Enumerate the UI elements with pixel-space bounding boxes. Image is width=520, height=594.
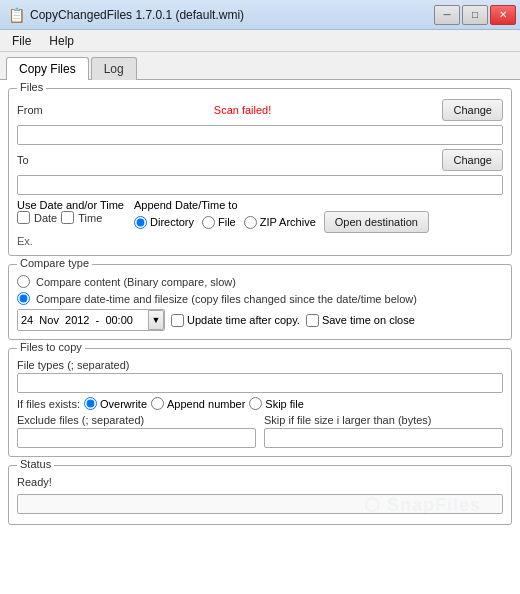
to-input-row xyxy=(17,175,503,195)
status-group-label: Status xyxy=(17,458,54,470)
from-label: From xyxy=(17,104,43,116)
date-picker-row: ▼ Update time after copy. Save time on c… xyxy=(17,309,503,331)
update-time-cb-label[interactable]: Update time after copy. xyxy=(171,314,300,327)
if-exists-row: If files exists: Overwrite Append number… xyxy=(17,397,503,410)
append-num-radio[interactable] xyxy=(151,397,164,410)
tab-copy-files[interactable]: Copy Files xyxy=(6,57,89,80)
radio-zip-label[interactable]: ZIP Archive xyxy=(244,216,316,229)
compare-option2-text: Compare date-time and filesize (copy fil… xyxy=(36,293,417,305)
exclude-col: Exclude files (; separated) xyxy=(17,414,256,448)
status-text: Ready! xyxy=(17,474,503,490)
date-picker-input[interactable] xyxy=(18,310,148,330)
update-time-label: Update time after copy. xyxy=(187,314,300,326)
skip-file-label[interactable]: Skip file xyxy=(249,397,304,410)
ex-label: Ex. xyxy=(17,235,33,247)
overwrite-label[interactable]: Overwrite xyxy=(84,397,147,410)
exclude-input[interactable] xyxy=(17,428,256,448)
file-label: File xyxy=(218,216,236,228)
compare-group-label: Compare type xyxy=(17,257,92,269)
maximize-button[interactable]: □ xyxy=(462,5,488,25)
skip-file-radio[interactable] xyxy=(249,397,262,410)
radio-directory-label[interactable]: Directory xyxy=(134,216,194,229)
tab-log[interactable]: Log xyxy=(91,57,137,80)
status-input xyxy=(17,494,503,514)
compare-radio-datetime[interactable] xyxy=(17,292,30,305)
compare-radio-content[interactable] xyxy=(17,275,30,288)
compare-group: Compare type Compare content (Binary com… xyxy=(8,264,512,340)
save-time-checkbox[interactable] xyxy=(306,314,319,327)
compare-option2-label[interactable]: Compare date-time and filesize (copy fil… xyxy=(17,292,503,305)
overwrite-radio[interactable] xyxy=(84,397,97,410)
radio-file-label[interactable]: File xyxy=(202,216,236,229)
time-cb-label: Time xyxy=(78,212,102,224)
file-types-input[interactable] xyxy=(17,373,503,393)
status-group: Status Ready! ⬡ SnapFiles xyxy=(8,465,512,525)
date-checkbox[interactable] xyxy=(17,211,30,224)
date-cb-label: Date xyxy=(34,212,57,224)
append-label: Append Date/Time to xyxy=(134,199,503,211)
date-picker-group: ▼ xyxy=(17,309,165,331)
from-input[interactable] xyxy=(17,125,503,145)
to-label: To xyxy=(17,154,29,166)
from-row: From Scan failed! Change xyxy=(17,99,503,121)
if-exists-label: If files exists: xyxy=(17,398,80,410)
change-from-button[interactable]: Change xyxy=(442,99,503,121)
skip-file-text: Skip file xyxy=(265,398,304,410)
minimize-button[interactable]: ─ xyxy=(434,5,460,25)
use-datetime-label: Use Date and/or Time xyxy=(17,199,124,211)
skip-size-input[interactable] xyxy=(264,428,503,448)
menubar: File Help xyxy=(0,30,520,52)
save-time-cb-label[interactable]: Save time on close xyxy=(306,314,415,327)
files-to-copy-group: Files to copy File types (; separated) I… xyxy=(8,348,512,457)
ex-row: Ex. xyxy=(17,235,503,247)
files-group-label: Files xyxy=(17,81,46,93)
titlebar-left: 📋 CopyChangedFiles 1.7.0.1 (default.wmi) xyxy=(8,7,244,23)
overwrite-text: Overwrite xyxy=(100,398,147,410)
use-datetime-col: Use Date and/or Time Date Time xyxy=(17,199,124,227)
titlebar-buttons: ─ □ ✕ xyxy=(434,5,516,25)
file-types-label: File types (; separated) xyxy=(17,359,503,371)
files-group: Files From Scan failed! Change To Change xyxy=(8,88,512,256)
tabbar: Copy Files Log xyxy=(0,52,520,80)
directory-label: Directory xyxy=(150,216,194,228)
files-to-copy-label: Files to copy xyxy=(17,341,85,353)
change-to-button[interactable]: Change xyxy=(442,149,503,171)
radio-zip[interactable] xyxy=(244,216,257,229)
app-icon: 📋 xyxy=(8,7,24,23)
compare-option1-text: Compare content (Binary compare, slow) xyxy=(36,276,236,288)
append-options: Directory File ZIP Archive Open destinat… xyxy=(134,211,503,233)
datetime-section: Use Date and/or Time Date Time Append Da… xyxy=(17,199,503,247)
to-row: To Change xyxy=(17,149,503,171)
skip-size-label: Skip if file size i larger than (bytes) xyxy=(264,414,503,426)
titlebar: 📋 CopyChangedFiles 1.7.0.1 (default.wmi)… xyxy=(0,0,520,30)
update-time-checkbox[interactable] xyxy=(171,314,184,327)
radio-directory[interactable] xyxy=(134,216,147,229)
from-input-row xyxy=(17,125,503,145)
append-datetime-col: Append Date/Time to Directory File ZI xyxy=(134,199,503,233)
exclude-skipsize-row: Exclude files (; separated) Skip if file… xyxy=(17,414,503,448)
save-time-label: Save time on close xyxy=(322,314,415,326)
compare-option1-label[interactable]: Compare content (Binary compare, slow) xyxy=(17,275,503,288)
skip-size-col: Skip if file size i larger than (bytes) xyxy=(264,414,503,448)
scan-failed-text: Scan failed! xyxy=(47,104,439,116)
date-cb-row: Date Time xyxy=(17,211,124,224)
titlebar-title: CopyChangedFiles 1.7.0.1 (default.wmi) xyxy=(30,8,244,22)
main-content: Files From Scan failed! Change To Change xyxy=(0,80,520,594)
close-button[interactable]: ✕ xyxy=(490,5,516,25)
exclude-label: Exclude files (; separated) xyxy=(17,414,256,426)
to-input[interactable] xyxy=(17,175,503,195)
append-num-label[interactable]: Append number xyxy=(151,397,245,410)
menu-file[interactable]: File xyxy=(4,32,39,50)
menu-help[interactable]: Help xyxy=(41,32,82,50)
append-num-text: Append number xyxy=(167,398,245,410)
zip-label: ZIP Archive xyxy=(260,216,316,228)
open-destination-button[interactable]: Open destination xyxy=(324,211,429,233)
date-dropdown-button[interactable]: ▼ xyxy=(148,310,164,330)
time-checkbox[interactable] xyxy=(61,211,74,224)
radio-file[interactable] xyxy=(202,216,215,229)
